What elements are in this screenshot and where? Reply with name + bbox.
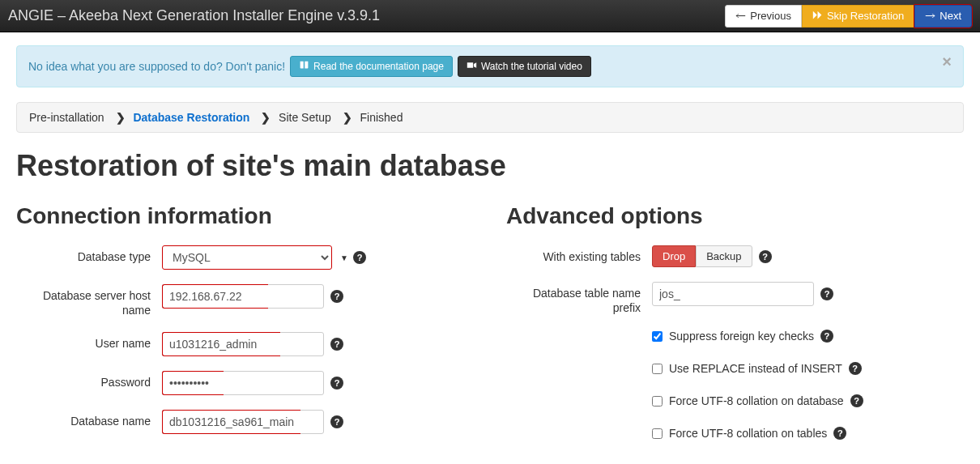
dbname-label: Database name — [16, 410, 162, 428]
breadcrumb-step-preinstall[interactable]: Pre-installation — [29, 111, 104, 124]
breadcrumb-step-dbrestore[interactable]: Database Restoration — [133, 111, 249, 124]
host-label: Database server host name — [16, 284, 162, 317]
username-input[interactable] — [162, 332, 324, 356]
watch-video-button[interactable]: Watch the tutorial video — [458, 56, 591, 77]
help-icon[interactable]: ? — [353, 251, 366, 264]
db-type-select[interactable]: MySQL — [162, 245, 332, 270]
help-icon[interactable]: ? — [330, 290, 343, 303]
help-icon[interactable]: ? — [759, 250, 772, 263]
page-title: Restoration of site's main database — [16, 149, 964, 183]
help-icon[interactable]: ? — [849, 362, 862, 375]
info-alert: No idea what you are supposed to do? Don… — [16, 45, 964, 87]
host-input[interactable] — [162, 284, 324, 309]
navbar: ANGIE – Akeeba Next Generation Installer… — [0, 0, 980, 32]
video-icon — [467, 60, 477, 73]
force-utf8-db-label: Force UTF-8 collation on database — [669, 394, 844, 407]
skip-button[interactable]: Skip Restoration — [802, 5, 914, 28]
db-type-label: Database type — [16, 245, 162, 264]
alert-text: No idea what you are supposed to do? Don… — [28, 60, 285, 73]
chevron-right-icon: ❯ — [116, 111, 126, 124]
arrow-left-icon: 🡐 — [735, 10, 746, 22]
password-label: Password — [16, 371, 162, 390]
skip-label: Skip Restoration — [827, 10, 904, 22]
help-icon[interactable]: ? — [330, 377, 343, 390]
password-input[interactable] — [162, 371, 324, 395]
breadcrumb-step-sitesetup[interactable]: Site Setup — [279, 111, 331, 124]
dbname-input[interactable] — [162, 410, 324, 434]
help-icon[interactable]: ? — [850, 394, 863, 407]
breadcrumb-step-finished[interactable]: Finished — [360, 111, 403, 124]
advanced-heading: Advanced options — [506, 203, 964, 229]
read-docs-button[interactable]: Read the documentation page — [290, 56, 453, 77]
force-utf8-tables-checkbox[interactable] — [652, 428, 663, 439]
username-label: User name — [16, 332, 162, 351]
read-docs-label: Read the documentation page — [313, 61, 444, 72]
use-replace-checkbox[interactable] — [652, 364, 663, 374]
help-icon[interactable]: ? — [833, 427, 846, 440]
previous-label: Previous — [750, 10, 791, 22]
prefix-label: Database table name prefix — [506, 282, 652, 315]
breadcrumb: Pre-installation ❯ Database Restoration … — [16, 102, 964, 133]
chevron-right-icon: ❯ — [261, 111, 271, 124]
next-label: Next — [940, 10, 961, 22]
suppress-fk-label: Suppress foreign key checks — [669, 330, 814, 343]
help-icon[interactable]: ? — [820, 287, 833, 300]
force-utf8-tables-label: Force UTF-8 collation on tables — [669, 427, 827, 440]
arrow-right-icon: 🡒 — [925, 10, 935, 22]
use-replace-label: Use REPLACE instead of INSERT — [669, 362, 842, 375]
help-icon[interactable]: ? — [330, 415, 343, 428]
suppress-fk-checkbox[interactable] — [652, 331, 663, 342]
help-icon[interactable]: ? — [330, 338, 343, 351]
fast-forward-icon — [812, 10, 823, 23]
prefix-input[interactable] — [652, 282, 814, 306]
close-icon[interactable]: × — [942, 53, 952, 71]
watch-video-label: Watch the tutorial video — [481, 61, 582, 72]
chevron-down-icon: ▼ — [340, 253, 348, 262]
app-title: ANGIE – Akeeba Next Generation Installer… — [8, 7, 380, 24]
backup-button[interactable]: Backup — [696, 245, 752, 267]
connection-heading: Connection information — [16, 203, 474, 229]
help-icon[interactable]: ? — [820, 330, 833, 343]
drop-button[interactable]: Drop — [652, 245, 696, 267]
force-utf8-db-checkbox[interactable] — [652, 396, 663, 407]
next-button[interactable]: 🡒 Next — [914, 5, 972, 28]
existing-tables-label: With existing tables — [506, 245, 652, 264]
chevron-right-icon: ❯ — [343, 111, 352, 124]
book-icon — [299, 60, 309, 73]
navbar-buttons: 🡐 Previous Skip Restoration 🡒 Next — [725, 5, 972, 28]
previous-button[interactable]: 🡐 Previous — [725, 5, 802, 28]
